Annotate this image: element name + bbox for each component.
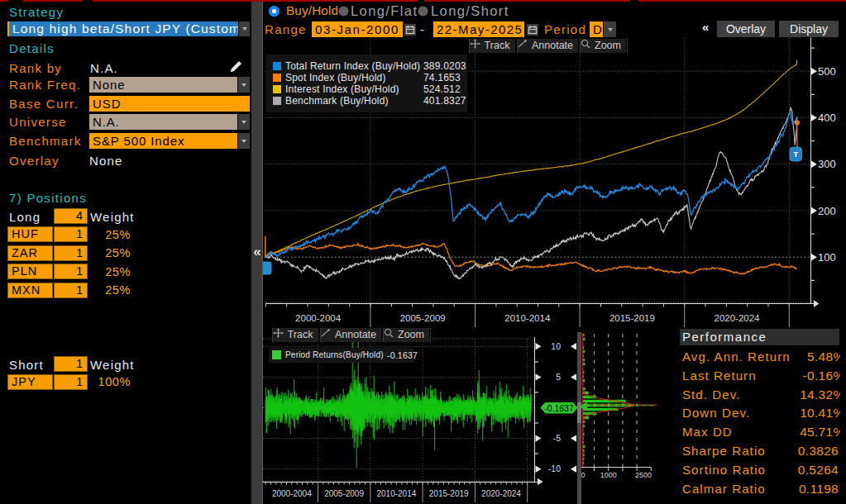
svg-text:T: T xyxy=(793,150,798,159)
